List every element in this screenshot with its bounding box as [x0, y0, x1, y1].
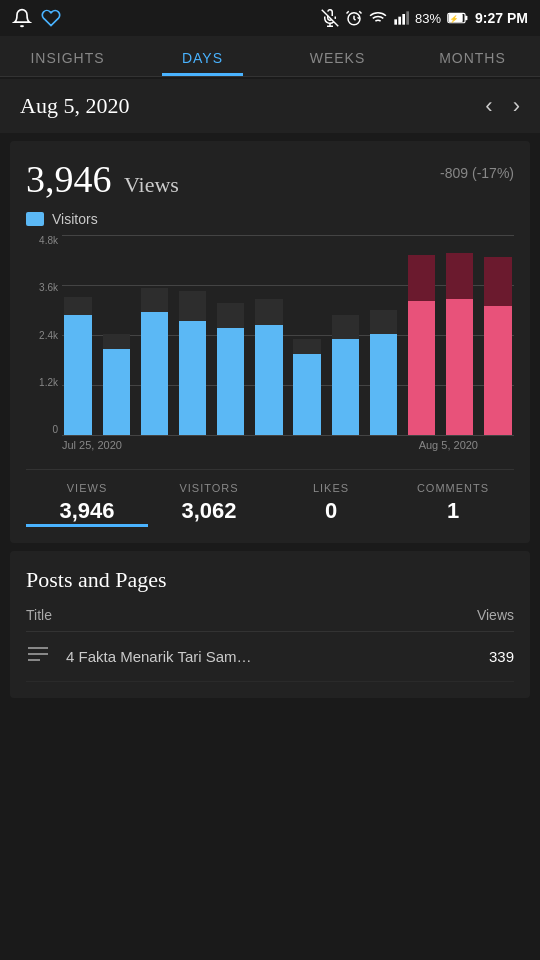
status-left-icons — [12, 8, 62, 28]
bar-stack-5 — [253, 235, 285, 435]
svg-rect-7 — [402, 14, 405, 25]
stat-visitors-value: 3,062 — [148, 498, 270, 524]
bar-visitors-3 — [179, 321, 206, 435]
tab-weeks[interactable]: WEEKS — [270, 36, 405, 76]
bar-stack-10 — [444, 235, 476, 435]
views-count: 3,946 — [26, 158, 112, 200]
bar-group-2 — [138, 235, 170, 435]
tab-months[interactable]: MONTHS — [405, 36, 540, 76]
stat-comments-label: COMMENTS — [392, 482, 514, 494]
bar-visitors-4 — [217, 328, 244, 435]
battery-percentage: 83% — [415, 11, 441, 26]
legend-color-box — [26, 212, 44, 226]
bar-visitors-1 — [103, 349, 130, 435]
bar-views-3 — [179, 291, 206, 321]
bar-stack-1 — [100, 235, 132, 435]
bar-group-0 — [62, 235, 94, 435]
bar-visitors-6 — [293, 354, 320, 435]
stat-views[interactable]: VIEWS 3,946 — [26, 482, 148, 527]
bar-stack-4 — [215, 235, 247, 435]
views-label: Views — [124, 172, 179, 197]
bar-group-1 — [100, 235, 132, 435]
bar-visitors-2 — [141, 312, 168, 435]
chart-dates: Jul 25, 2020 Aug 5, 2020 — [26, 435, 514, 451]
alarm-icon — [345, 9, 363, 27]
bar-group-6 — [291, 235, 323, 435]
stat-views-label: VIEWS — [26, 482, 148, 494]
bar-group-10 — [444, 235, 476, 435]
bar-visitors-5 — [255, 325, 282, 435]
bar-group-4 — [215, 235, 247, 435]
posts-title: Posts and Pages — [26, 567, 514, 593]
bar-views-5 — [255, 299, 282, 325]
next-arrow[interactable]: › — [513, 93, 520, 119]
post-views: 339 — [474, 648, 514, 665]
post-item[interactable]: 4 Fakta Menarik Tari Sam… 339 — [26, 632, 514, 682]
views-main: 3,946 Views — [26, 157, 179, 201]
views-header: 3,946 Views -809 (-17%) — [26, 157, 514, 201]
chart-date-end: Aug 5, 2020 — [419, 439, 478, 451]
bar-stack-2 — [138, 235, 170, 435]
bar-stack-6 — [291, 235, 323, 435]
signal-icon — [393, 10, 409, 26]
stat-comments-value: 1 — [392, 498, 514, 524]
bar-group-3 — [177, 235, 209, 435]
svg-rect-5 — [394, 19, 397, 24]
bar-views-6 — [293, 339, 320, 354]
posts-header-views: Views — [477, 607, 514, 623]
stat-comments[interactable]: COMMENTS 1 — [392, 482, 514, 527]
bar-group-7 — [329, 235, 361, 435]
bar-visitors-10 — [446, 299, 473, 435]
tab-days[interactable]: DAYS — [135, 36, 270, 76]
svg-rect-8 — [406, 11, 409, 24]
bar-views-11 — [484, 257, 511, 306]
battery-icon: ⚡ — [447, 11, 469, 25]
views-change: -809 (-17%) — [440, 165, 514, 181]
bar-stack-3 — [177, 235, 209, 435]
heart-icon — [40, 8, 62, 28]
stat-likes-value: 0 — [270, 498, 392, 524]
bar-views-4 — [217, 303, 244, 328]
bar-stack-11 — [482, 235, 514, 435]
bar-group-8 — [367, 235, 399, 435]
bar-stack-0 — [62, 235, 94, 435]
legend-label: Visitors — [52, 211, 98, 227]
notification-bell-icon — [12, 8, 32, 28]
time-display: 9:27 PM — [475, 10, 528, 26]
bar-views-8 — [370, 310, 397, 334]
post-title: 4 Fakta Menarik Tari Sam… — [66, 648, 462, 665]
nav-tabs: INSIGHTS DAYS WEEKS MONTHS — [0, 36, 540, 77]
tab-insights[interactable]: INSIGHTS — [0, 36, 135, 76]
svg-rect-10 — [465, 16, 467, 21]
stat-visitors[interactable]: VISITORS 3,062 — [148, 482, 270, 527]
bar-visitors-7 — [332, 339, 359, 435]
stat-views-value: 3,946 — [26, 498, 148, 524]
post-list-icon — [26, 644, 54, 669]
svg-rect-6 — [398, 17, 401, 25]
bar-views-7 — [332, 315, 359, 339]
mute-icon — [321, 9, 339, 27]
bar-views-10 — [446, 253, 473, 299]
bar-stack-8 — [367, 235, 399, 435]
bar-stack-9 — [406, 235, 438, 435]
stats-row: VIEWS 3,946 VISITORS 3,062 LIKES 0 COMME… — [26, 469, 514, 527]
date-display: Aug 5, 2020 — [20, 93, 129, 119]
bar-visitors-9 — [408, 301, 435, 435]
status-right-icons: 83% ⚡ 9:27 PM — [321, 9, 528, 27]
prev-arrow[interactable]: ‹ — [485, 93, 492, 119]
svg-text:⚡: ⚡ — [450, 15, 458, 23]
posts-table-header: Title Views — [26, 607, 514, 632]
date-header: Aug 5, 2020 ‹ › — [0, 79, 540, 133]
chart-bars — [26, 235, 514, 435]
bar-views-1 — [103, 334, 130, 349]
posts-header-title: Title — [26, 607, 52, 623]
bar-stack-7 — [329, 235, 361, 435]
bar-group-5 — [253, 235, 285, 435]
chart-container: 4.8k 3.6k 2.4k 1.2k 0 Jul 25, 2020 Aug 5… — [26, 235, 514, 455]
chart-date-start: Jul 25, 2020 — [62, 439, 122, 451]
bar-views-9 — [408, 255, 435, 301]
stat-visitors-label: VISITORS — [148, 482, 270, 494]
stats-card: 3,946 Views -809 (-17%) Visitors 4.8k 3.… — [10, 141, 530, 543]
bar-views-2 — [141, 288, 168, 312]
stat-likes[interactable]: LIKES 0 — [270, 482, 392, 527]
